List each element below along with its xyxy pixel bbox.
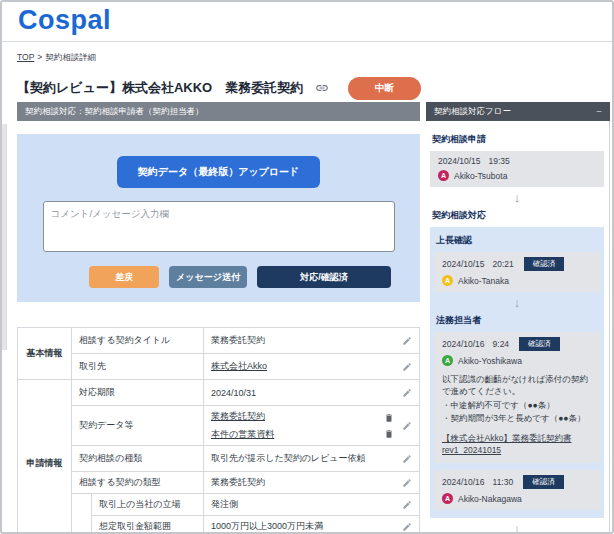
row-label: 契約データ等: [72, 406, 204, 446]
flow-response-section: 上長確認 2024/10/15 20:21 確認済 A Akiko-Tanaka…: [430, 227, 604, 518]
down-arrow-icon: ↓: [434, 295, 600, 310]
edit-pencil-icon[interactable]: [402, 388, 412, 398]
table-row: 相談する契約の類型 業務委託契約: [18, 472, 420, 494]
interrupt-button[interactable]: 中断: [348, 77, 421, 100]
collapse-minus-icon[interactable]: −: [596, 102, 602, 121]
table-row: 取引先 株式会社Akko: [18, 354, 420, 380]
flow-heading-request: 契約相談申請: [432, 133, 602, 146]
group-cell-application-info: 申請情報: [18, 380, 72, 534]
link-icon[interactable]: [315, 81, 329, 95]
row-label: 取引上の当社の立場: [92, 494, 204, 516]
table-row: 契約データ等 業務委託契約 本件の営業資料: [18, 406, 420, 446]
action-panel: 契約データ（最終版）アップロード 差戻 メッセージ送付 対応/確認済: [17, 134, 420, 302]
edit-pencil-icon[interactable]: [402, 522, 412, 532]
attachment-link[interactable]: 【株式会社Akko】業務委託契約書rev1_20241015: [442, 433, 592, 455]
contract-file-link[interactable]: 業務委託契約: [211, 410, 384, 423]
send-message-button[interactable]: メッセージ送付: [169, 266, 247, 288]
row-label: 契約相談の種類: [72, 446, 204, 472]
avatar: A: [442, 275, 453, 286]
flow-card-legal-2: 2024/10/16 11:30 確認済 A Akiko-Nakagawa: [434, 470, 600, 510]
page: Cospal TOP>契約相談詳細 【契約レビュー】株式会社AKKO 業務委託契…: [0, 0, 614, 534]
avatar: A: [438, 170, 449, 181]
flow-heading-response: 契約相談対応: [432, 209, 602, 222]
down-arrow-icon: ↓: [430, 190, 604, 205]
card-date: 2024/10/16: [442, 339, 485, 349]
avatar: A: [442, 355, 453, 366]
title-row: 【契約レビュー】株式会社AKKO 業務委託契約 中断: [17, 76, 421, 100]
flow-label-manager: 上長確認: [436, 234, 598, 247]
card-time: 19:35: [489, 156, 510, 166]
edit-pencil-icon[interactable]: [402, 454, 412, 464]
avatar: A: [442, 493, 453, 504]
row-label: 相談する契約の類型: [72, 472, 204, 494]
breadcrumb-separator: >: [37, 52, 42, 62]
confirm-done-button[interactable]: 対応/確認済: [257, 266, 391, 288]
trash-icon[interactable]: [384, 429, 394, 439]
table-row: 申請情報 対応期限 2024/10/31: [18, 380, 420, 406]
action-buttons-row: 差戻 メッセージ送付 対応/確認済: [89, 266, 420, 288]
status-badge-confirmed: 確認済: [523, 475, 564, 489]
breadcrumb-top-link[interactable]: TOP: [17, 52, 34, 62]
contract-detail-table: 基本情報 相談する契約タイトル 業務委託契約 取引先 株式会社Akko 申請情報…: [17, 327, 420, 534]
status-badge-confirmed: 確認済: [519, 337, 560, 351]
row-label: 取引先: [72, 354, 204, 380]
status-badge-confirmed: 確認済: [524, 257, 565, 271]
user-name: Akiko-Yoshikawa: [458, 356, 522, 366]
table-row: 基本情報 相談する契約タイトル 業務委託契約: [18, 328, 420, 354]
table-row: 契約相談の種類 取引先が提示した契約のレビュー依頼: [18, 446, 420, 472]
flow-card-request: 2024/10/15 19:35 A Akiko-Tsubota: [430, 151, 604, 187]
flow-card-legal: 2024/10/16 9:24 確認済 A Akiko-Yoshikawa 以下…: [434, 332, 600, 463]
legal-comment-bullet: ・契約期間が3年と長めです（●●条）: [442, 412, 592, 424]
row-value: 業務委託契約: [211, 334, 396, 347]
row-label: 相談する契約タイトル: [72, 328, 204, 354]
main-section-header: 契約相談対応：契約相談申請者（契約担当者）: [17, 102, 420, 121]
page-title: 【契約レビュー】株式会社AKKO 業務委託契約: [17, 79, 303, 97]
user-name: Akiko-Tanaka: [458, 276, 509, 286]
row-value: 業務委託契約: [211, 476, 396, 489]
breadcrumb-current: 契約相談詳細: [45, 52, 96, 62]
edit-pencil-icon[interactable]: [402, 478, 412, 488]
logo-bar: Cospal: [2, 2, 612, 42]
row-value: 1000万円以上3000万円未満: [211, 520, 396, 533]
upload-final-contract-button[interactable]: 契約データ（最終版）アップロード: [117, 156, 321, 188]
remand-button[interactable]: 差戻: [89, 266, 159, 288]
indent-cell: [72, 494, 92, 534]
down-arrow-icon: ↓: [430, 521, 604, 534]
row-value: 2024/10/31: [211, 388, 396, 398]
partner-link[interactable]: 株式会社Akko: [211, 361, 267, 371]
edit-pencil-icon[interactable]: [402, 362, 412, 372]
card-date: 2024/10/15: [442, 259, 485, 269]
left-edge-strip: [2, 124, 7, 350]
edit-pencil-icon[interactable]: [402, 421, 412, 431]
main-section-title: 契約相談対応：契約相談申請者（契約担当者）: [25, 106, 204, 116]
card-date: 2024/10/15: [438, 156, 481, 166]
card-time: 11:30: [493, 477, 514, 487]
row-label: 対応期限: [72, 380, 204, 406]
row-value: 取引先が提示した契約のレビュー依頼: [211, 452, 396, 465]
user-name: Akiko-Tsubota: [454, 171, 507, 181]
card-time: 9:24: [493, 339, 510, 349]
comment-input[interactable]: [43, 201, 395, 252]
flow-card-manager: 2024/10/15 20:21 確認済 A Akiko-Tanaka: [434, 252, 600, 292]
flow-section-title: 契約相談対応フロー: [434, 102, 511, 121]
sales-doc-file-link[interactable]: 本件の営業資料: [211, 428, 384, 441]
flow-panel: 契約相談申請 2024/10/15 19:35 A Akiko-Tsubota …: [426, 121, 610, 534]
legal-comment: 以下認識の齟齬がなければ添付の契約で進めてください。 ・中途解約不可です（●●条…: [442, 373, 592, 424]
legal-comment-bullet: ・中途解約不可です（●●条）: [442, 399, 592, 411]
app-logo: Cospal: [18, 5, 111, 36]
flow-section-header: 契約相談対応フロー −: [426, 102, 610, 121]
user-name: Akiko-Nakagawa: [458, 494, 522, 504]
card-time: 20:21: [493, 259, 514, 269]
legal-comment-text: 以下認識の齟齬がなければ添付の契約で進めてください。: [442, 374, 588, 396]
flow-label-legal: 法務担当者: [436, 314, 598, 327]
row-label: 想定取引金額範囲: [92, 516, 204, 534]
edit-pencil-icon[interactable]: [402, 336, 412, 346]
edit-pencil-icon[interactable]: [402, 500, 412, 510]
row-value: 発注側: [211, 498, 396, 511]
trash-icon[interactable]: [384, 413, 394, 423]
table-row: 取引上の当社の立場 発注側: [18, 494, 420, 516]
group-cell-basic-info: 基本情報: [18, 328, 72, 380]
breadcrumb: TOP>契約相談詳細: [17, 52, 96, 64]
card-date: 2024/10/16: [442, 477, 485, 487]
